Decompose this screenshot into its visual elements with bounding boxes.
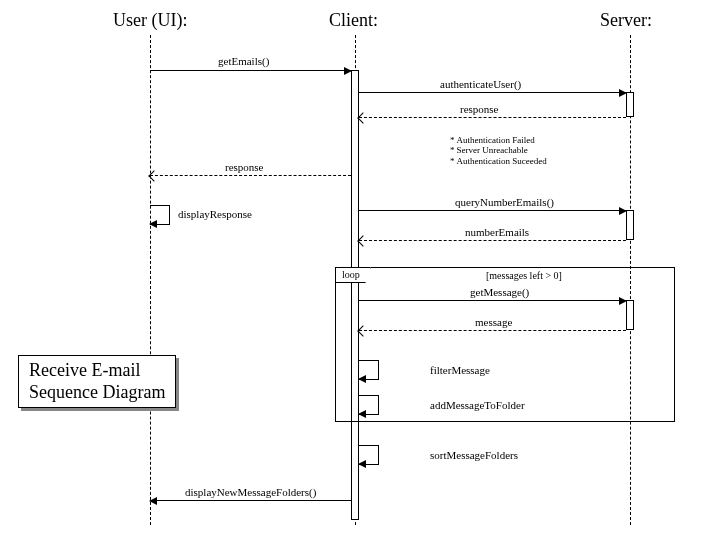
label-filterMessage: filterMessage bbox=[430, 364, 490, 376]
note-auth-outcomes: *Authentication Failed *Server Unreachab… bbox=[450, 135, 547, 166]
arrow-message bbox=[359, 330, 626, 331]
arrow-getEmails bbox=[150, 70, 351, 71]
note-item-0: Authentication Failed bbox=[457, 135, 535, 145]
label-displayNewMessageFolders: displayNewMessageFolders() bbox=[185, 486, 316, 498]
self-sortMessageFolders bbox=[359, 445, 379, 465]
note-item-1: Server Unreachable bbox=[457, 145, 528, 155]
loop-label: loop bbox=[335, 267, 371, 283]
label-responseUser: response bbox=[225, 161, 264, 173]
participant-server: Server: bbox=[600, 10, 652, 31]
label-getMessage: getMessage() bbox=[470, 286, 529, 298]
activation-server-query bbox=[626, 210, 634, 240]
label-sortMessageFolders: sortMessageFolders bbox=[430, 449, 518, 461]
activation-server-auth bbox=[626, 92, 634, 117]
arrow-authenticateUser bbox=[359, 92, 626, 93]
arrow-displayNewMessageFolders bbox=[150, 500, 351, 501]
sequence-diagram: User (UI): Client: Server: getEmails() a… bbox=[0, 0, 720, 540]
title-line1: Receive E-mail bbox=[29, 360, 165, 382]
title-line2: Sequence Diagram bbox=[29, 382, 165, 404]
participant-user: User (UI): bbox=[113, 10, 187, 31]
self-displayResponse bbox=[150, 205, 170, 225]
loop-guard: [messages left > 0] bbox=[486, 270, 562, 281]
participant-client: Client: bbox=[329, 10, 378, 31]
lifeline-user bbox=[150, 35, 151, 525]
arrow-responseAuth bbox=[359, 117, 626, 118]
label-addMessageToFolder: addMessageToFolder bbox=[430, 399, 525, 411]
arrow-responseUser bbox=[150, 175, 351, 176]
arrow-queryNumberEmails bbox=[359, 210, 626, 211]
self-addMessageToFolder bbox=[359, 395, 379, 415]
label-displayResponse: displayResponse bbox=[178, 208, 252, 220]
arrow-numberEmails bbox=[359, 240, 626, 241]
diagram-title: Receive E-mail Sequence Diagram bbox=[18, 355, 176, 408]
label-responseAuth: response bbox=[460, 103, 499, 115]
arrow-getMessage bbox=[359, 300, 626, 301]
label-getEmails: getEmails() bbox=[218, 55, 269, 67]
self-filterMessage bbox=[359, 360, 379, 380]
note-item-2: Authentication Suceeded bbox=[457, 156, 547, 166]
label-message: message bbox=[475, 316, 512, 328]
label-numberEmails: numberEmails bbox=[465, 226, 529, 238]
label-queryNumberEmails: queryNumberEmails() bbox=[455, 196, 554, 208]
label-authenticateUser: authenticateUser() bbox=[440, 78, 521, 90]
